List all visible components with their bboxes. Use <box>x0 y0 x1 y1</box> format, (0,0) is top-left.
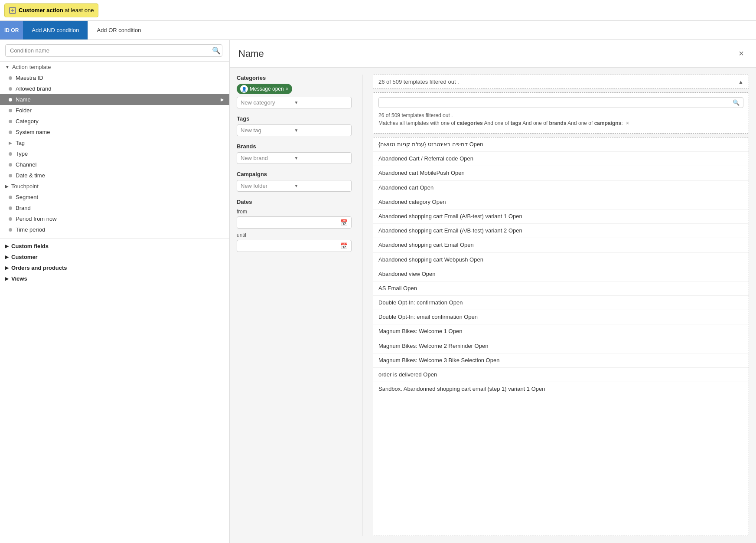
tree-item-segment[interactable]: Segment <box>0 192 229 203</box>
date-until-input[interactable]: 📅 <box>237 240 352 252</box>
date-from-input[interactable]: 📅 <box>237 216 352 229</box>
result-item[interactable]: דחיפה באינטרנט {עגלת קניות נטושה} Open <box>373 137 749 152</box>
search-icon[interactable]: 🔍 <box>209 46 224 55</box>
dot-icon <box>9 76 12 80</box>
tree-item-type[interactable]: Type <box>0 148 229 159</box>
results-header[interactable]: 26 of 509 templates filtered out . ▲ <box>373 75 749 89</box>
campaigns-dropdown[interactable]: New folder ▼ <box>237 180 352 192</box>
result-item[interactable]: Abandoned cart MobilePush Open <box>373 166 749 180</box>
tags-dropdown[interactable]: New tag ▼ <box>237 124 352 136</box>
tree-item-maestra-id[interactable]: Maestra ID <box>0 72 229 83</box>
tree-group-touchpoint[interactable]: ▶ Touchpoint <box>0 181 229 192</box>
tree-item-label: Maestra ID <box>16 75 43 81</box>
search-bar: 🔍 <box>0 40 229 62</box>
chevron-down-icon: ▼ <box>5 65 10 69</box>
tree-item-folder[interactable]: Folder <box>0 105 229 116</box>
panel-divider <box>362 75 362 536</box>
tree-item-label: Tag <box>16 140 25 146</box>
tree-item-name[interactable]: Name <box>0 94 229 105</box>
tree-item-category[interactable]: Category <box>0 116 229 127</box>
close-button[interactable]: × <box>735 47 747 60</box>
tree-group-label: Touchpoint <box>11 183 39 190</box>
tree-item-label: Channel <box>16 161 36 168</box>
result-item[interactable]: Abandoned view Open <box>373 267 749 281</box>
remove-filter-btn[interactable]: × <box>626 120 629 126</box>
categories-dropdown[interactable]: New category ▼ <box>237 97 352 108</box>
tree-item-tag[interactable]: ▶ Tag <box>0 137 229 148</box>
tree-item-label: Brand <box>16 205 31 211</box>
results-search-row: 🔍 <box>378 97 743 108</box>
date-from-field[interactable] <box>241 219 340 226</box>
tree-group-orders-products[interactable]: ▶ Orders and products <box>0 262 229 273</box>
tree-group-action-template[interactable]: ▼ Action template <box>0 62 229 72</box>
tree-group-label: Customer <box>11 254 38 260</box>
result-item[interactable]: Abandoned shopping cart Email Open <box>373 238 749 252</box>
filter-tag-message-open[interactable]: 👤 Message open × <box>237 84 292 94</box>
result-item[interactable]: AS Email Open <box>373 281 749 296</box>
tree-item-channel[interactable]: Channel <box>0 159 229 170</box>
tags-title: Tags <box>237 115 352 122</box>
dropdown-placeholder: New folder <box>241 183 294 189</box>
results-panel: 26 of 509 templates filtered out . ▲ 🔍 2… <box>373 75 749 536</box>
add-or-condition-button[interactable]: Add OR condition <box>88 21 150 39</box>
plus-icon: + <box>9 7 16 14</box>
search-input[interactable] <box>5 44 222 57</box>
badge-text: Customer action at least one <box>19 7 94 13</box>
left-panel: 🔍 ▼ Action template Maestra ID Allowed b… <box>0 40 230 543</box>
tree-item-label: Time period <box>16 226 45 233</box>
add-and-condition-button[interactable]: Add AND condition <box>23 21 88 39</box>
result-item[interactable]: Double Opt-In: email confirmation Open <box>373 310 749 324</box>
brands-title: Brands <box>237 143 352 150</box>
tree-group-label: Orders and products <box>11 265 67 271</box>
tree-item-label: Folder <box>16 107 32 114</box>
customer-action-badge[interactable]: + Customer action at least one <box>4 3 98 17</box>
id-or-button[interactable]: ID OR <box>0 21 23 39</box>
result-item[interactable]: Sandbox. Abandonned shopping cart email … <box>373 382 749 396</box>
date-from-row: from 📅 <box>237 209 352 229</box>
right-panel-content: Categories 👤 Message open × New category… <box>230 68 756 543</box>
results-info-text: 26 of 509 templates filtered out . Match… <box>378 111 743 127</box>
tree-group-label: Custom fields <box>11 243 49 249</box>
second-bar: ID OR Add AND condition Add OR condition <box>0 21 756 40</box>
tree-item-label: Date & time <box>16 172 45 179</box>
tree-item-label: Period from now <box>16 216 57 222</box>
dot-icon <box>9 174 12 177</box>
brands-dropdown[interactable]: New brand ▼ <box>237 152 352 164</box>
dot-icon <box>9 131 12 134</box>
tree-item-period-from-now[interactable]: Period from now <box>0 213 229 224</box>
date-until-field[interactable] <box>241 243 340 249</box>
tree-group-customer[interactable]: ▶ Customer <box>0 252 229 262</box>
tree-scroll: ▼ Action template Maestra ID Allowed bra… <box>0 62 229 543</box>
tree-item-label: Type <box>16 150 28 157</box>
dot-icon <box>9 120 12 123</box>
result-item[interactable]: Abandoned Cart / Referral code Open <box>373 152 749 166</box>
result-item[interactable]: Abandoned category Open <box>373 195 749 209</box>
result-item[interactable]: Magnum Bikes: Welcome 1 Open <box>373 324 749 339</box>
tree-item-allowed-brand[interactable]: Allowed brand <box>0 83 229 94</box>
dot-icon <box>9 87 12 91</box>
result-item[interactable]: Abandoned shopping cart Email (A/B-test)… <box>373 224 749 238</box>
tree-item-system-name[interactable]: System name <box>0 127 229 137</box>
dropdown-placeholder: New category <box>241 99 294 106</box>
result-item[interactable]: Magnum Bikes: Welcome 2 Reminder Open <box>373 339 749 353</box>
results-search-input[interactable] <box>382 99 733 106</box>
result-item[interactable]: Abandoned shopping cart Webpush Open <box>373 253 749 267</box>
tree-group-views[interactable]: ▶ Views <box>0 273 229 284</box>
result-item[interactable]: Abandoned cart Open <box>373 181 749 195</box>
result-item[interactable]: Double Opt-In: confirmation Open <box>373 296 749 310</box>
tree-item-brand[interactable]: Brand <box>0 203 229 213</box>
dot-icon <box>9 217 12 221</box>
result-item[interactable]: Magnum Bikes: Welcome 3 Bike Selection O… <box>373 353 749 368</box>
remove-tag-button[interactable]: × <box>286 86 289 92</box>
result-item[interactable]: Abandoned shopping cart Email (A/B-test)… <box>373 209 749 224</box>
tree-item-date-time[interactable]: Date & time <box>0 170 229 181</box>
result-item[interactable]: order is delivered Open <box>373 368 749 382</box>
tree-group-custom-fields[interactable]: ▶ Custom fields <box>0 241 229 252</box>
chevron-right-icon: ▶ <box>5 276 9 281</box>
dates-section: Dates from 📅 until 📅 <box>237 199 352 252</box>
tree-item-label: System name <box>16 129 50 135</box>
tree-item-time-period[interactable]: Time period <box>0 224 229 235</box>
chevron-down-icon: ▼ <box>294 100 348 105</box>
tag-label: Message open <box>250 86 284 92</box>
dot-icon <box>9 163 12 167</box>
